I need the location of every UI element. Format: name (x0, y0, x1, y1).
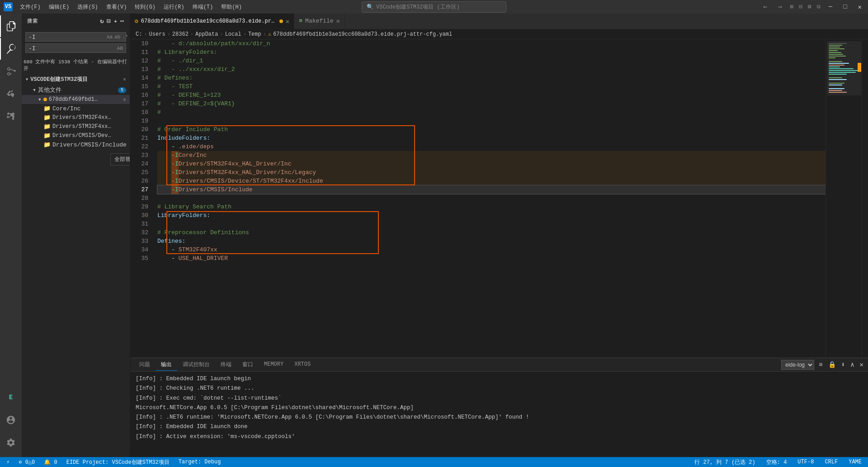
maximize-btn[interactable]: □ (840, 2, 849, 11)
code-line-27: -IDrivers/CMSIS/Include (157, 185, 826, 194)
folder-icon4: 📁 (43, 132, 51, 139)
preserve-case-icon[interactable]: AB (117, 46, 123, 51)
remote-icon[interactable]: ⚡ (4, 459, 12, 466)
panel-line-2: [Info] : Checking .NET6 runtime ... (136, 384, 863, 393)
status-line-ending[interactable]: CRLF (822, 459, 840, 465)
panel-lock-icon[interactable]: 🔒 (827, 360, 837, 369)
panel-tab-right: eide-log ≡ 🔒 ⬇ ∧ ✕ (781, 360, 864, 370)
tree-drivers-hal2[interactable]: 📁 Drivers/STM32F4xx_HAL_Drive... (22, 122, 130, 131)
panel-tab-output[interactable]: 输出 (156, 359, 177, 371)
bc-local[interactable]: Local (225, 31, 241, 38)
panel-tab-problems[interactable]: 问题 (134, 359, 156, 371)
panel-tab-debug[interactable]: 调试控制台 (177, 359, 215, 371)
activity-explorer[interactable] (0, 15, 22, 37)
split-icon[interactable]: ⊟ (799, 3, 802, 10)
tree-core-inc[interactable]: 📁 Core/Inc (22, 104, 130, 113)
ln-11: 11 (130, 48, 148, 57)
status-right: 行 27, 列 7 (已选 2) 空格: 4 UTF-8 CRLF YAME (692, 458, 864, 466)
layout-icon2[interactable]: ⊠ (808, 3, 811, 10)
tab-modified-dot (279, 19, 283, 23)
menu-select[interactable]: 选择(S) (74, 2, 102, 12)
tree-drivers-cmsis[interactable]: 📁 Drivers/CMSIS/Device/ST/STM... (22, 131, 130, 140)
bc-temp[interactable]: Temp (248, 31, 261, 38)
tab-yaml[interactable]: ⚙ 678ddbf469fbd1b1e3ae19cc608a0d73.eide.… (130, 14, 294, 29)
status-errors[interactable]: ⊘ 0△0 (16, 459, 38, 466)
panel-tabs: 问题 输出 调试控制台 终端 窗口 MEMORY XRTOS eide-log … (130, 358, 868, 372)
panel-chevron-up-icon[interactable]: ∧ (849, 360, 855, 369)
status-eide[interactable]: EIDE Project: VSCode创建STM32项目 (64, 458, 172, 466)
menu-goto[interactable]: 转到(G) (131, 2, 159, 12)
tab-makefile-close[interactable]: ✕ (336, 17, 340, 25)
yaml-close-icon[interactable]: ✕ (123, 96, 126, 103)
title-bar-left: VS 文件(F) 编辑(E) 选择(S) 查看(V) 转到(G) 运行(R) 终… (4, 2, 245, 12)
activity-settings[interactable] (0, 432, 22, 453)
refresh-icon[interactable]: ↻ (100, 17, 104, 25)
project-close-icon[interactable]: ✕ (123, 76, 126, 83)
activity-source-control[interactable] (0, 61, 22, 82)
replace-input[interactable] (28, 45, 115, 52)
activity-account[interactable] (0, 409, 22, 431)
ln-12: 12 (130, 57, 148, 65)
whole-word-icon[interactable]: ab (114, 34, 120, 40)
yaml-file-item[interactable]: ▾ 678ddbf469fbd1b1e3... ✕ (22, 95, 130, 104)
status-spaces[interactable]: 空格: 4 (764, 458, 790, 466)
menu-file[interactable]: 文件(F) (16, 2, 44, 12)
case-sensitive-icon[interactable]: Aa (107, 34, 113, 40)
activity-eide[interactable]: E (0, 387, 22, 408)
status-language[interactable]: YAME (846, 459, 864, 465)
global-search-bar[interactable]: 🔍 VSCode创建STM32项目 (工作区) (362, 1, 506, 13)
status-encoding[interactable]: UTF-8 (795, 459, 816, 465)
ln-23: 23 (130, 151, 148, 160)
activity-search[interactable] (0, 38, 22, 60)
status-warnings[interactable]: 🔔 0 (41, 459, 60, 466)
panel-download-icon[interactable]: ⬇ (840, 360, 846, 369)
title-bar-right: ← → ⊞ ⊟ ⊠ ⊡ ─ □ ✕ (761, 2, 864, 12)
code-line-17: # - DEFINE_2=${VAR1} (157, 99, 826, 108)
code-area[interactable]: - d:/absolute/path/xxx/dir_n # LibraryFo… (153, 39, 826, 358)
bc-c[interactable]: C: (136, 31, 142, 38)
ln-15: 15 (130, 82, 148, 91)
tab-makefile[interactable]: ≡ Makefile ✕ (294, 14, 345, 29)
panel-tab-window[interactable]: 窗口 (237, 359, 259, 371)
bc-filename[interactable]: 678ddbf469fbd1b1e3ae19cc608a0d73.eide.pr… (273, 31, 452, 38)
panel-close-icon[interactable]: ✕ (859, 360, 864, 369)
status-target[interactable]: Target: Debug (176, 459, 224, 465)
status-position[interactable]: 行 27, 列 7 (已选 2) (692, 458, 758, 466)
menu-view[interactable]: 查看(V) (103, 2, 131, 12)
close-btn[interactable]: ✕ (855, 2, 864, 12)
search-panel: Aa ab .* AB (22, 28, 130, 57)
menu-help[interactable]: 帮助(H) (217, 2, 245, 12)
bc-appdata[interactable]: AppData (195, 31, 218, 38)
regex-icon[interactable]: .* (122, 34, 128, 40)
panel-tab-xrtos[interactable]: XRTOS (289, 359, 316, 370)
collapse-icon[interactable]: ⊟ (107, 17, 111, 25)
new-file-icon[interactable]: ✦ (113, 17, 118, 25)
bc-28362[interactable]: 28362 (172, 31, 189, 38)
activity-debug[interactable] (0, 83, 22, 105)
menu-terminal[interactable]: 终端(T) (189, 2, 217, 12)
nav-back-btn[interactable]: ← (761, 2, 770, 11)
project-section-header[interactable]: ▾ VSCode创建STM32项目 ✕ (22, 74, 130, 85)
activity-extensions[interactable] (0, 106, 22, 127)
code-line-20: # Order Include Path (157, 125, 826, 134)
minimap-content (826, 39, 862, 180)
log-selector[interactable]: eide-log (781, 360, 814, 370)
other-files-folder[interactable]: ▾ 其他文件 5 (22, 85, 130, 95)
bc-users[interactable]: Users (149, 31, 165, 38)
nav-forward-btn[interactable]: → (775, 2, 784, 11)
minimize-btn[interactable]: ─ (826, 2, 835, 11)
tab-yaml-close[interactable]: ✕ (286, 18, 289, 25)
panel-tab-terminal[interactable]: 终端 (215, 359, 237, 371)
layout-icon[interactable]: ⊞ (790, 3, 793, 10)
panel-tab-memory[interactable]: MEMORY (259, 359, 289, 370)
tree-drivers-cmsis2[interactable]: 📁 Drivers/CMSIS/Include (22, 140, 130, 149)
more-icon[interactable]: ⋯ (120, 17, 124, 25)
layout-icon3[interactable]: ⊡ (817, 3, 821, 10)
menu-run[interactable]: 运行(R) (160, 2, 188, 12)
search-input[interactable] (28, 33, 105, 40)
ln-13: 13 (130, 65, 148, 74)
tree-drivers-hal[interactable]: 📁 Drivers/STM32F4xx_HAL_... (22, 113, 130, 122)
panel-list-icon[interactable]: ≡ (818, 360, 823, 369)
panel-line-1: [Info] : Embedded IDE launch begin (136, 374, 863, 384)
menu-edit[interactable]: 编辑(E) (45, 2, 73, 12)
